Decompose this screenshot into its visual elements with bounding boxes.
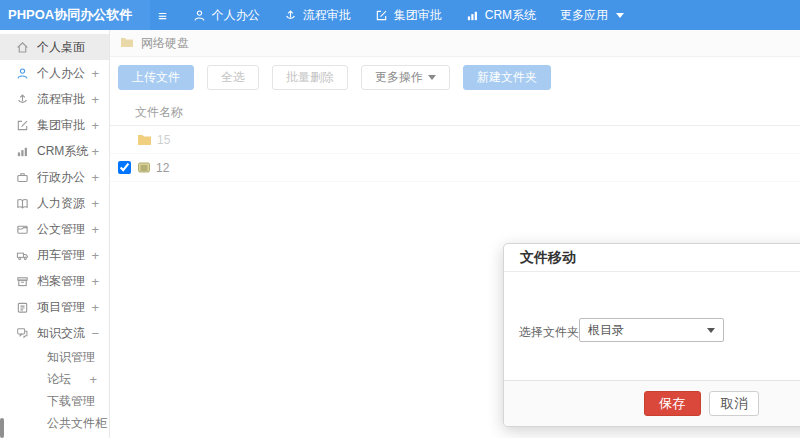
document-icon <box>16 223 29 236</box>
sidebar-item-process-approval[interactable]: 流程审批 + <box>0 86 109 112</box>
file-icon <box>137 161 151 174</box>
sidebar-item-knowledge-exchange[interactable]: 知识交流 − <box>0 320 109 346</box>
sidebar-item-label: 个人办公 <box>37 65 91 82</box>
modal-title: 文件移动 <box>520 249 576 267</box>
sidebar-item-label: 个人桌面 <box>37 39 99 56</box>
sidebar-item-label: 流程审批 <box>37 91 91 108</box>
archive-icon <box>16 275 29 288</box>
process-icon <box>284 9 297 22</box>
cancel-button[interactable]: 取消 <box>709 391 760 416</box>
expand-plus-icon[interactable]: + <box>91 92 99 107</box>
file-row-file-12[interactable]: 12 <box>110 154 800 182</box>
select-all-button[interactable]: 全选 <box>207 65 259 90</box>
user-icon <box>193 9 206 22</box>
expand-plus-icon[interactable]: + <box>91 248 99 263</box>
clipboard-icon <box>16 301 29 314</box>
topnav-process-approval[interactable]: 流程审批 <box>272 0 363 30</box>
chart-icon <box>16 145 29 158</box>
file-table: 文件名称 15 12 <box>110 98 800 182</box>
selected-folder-value: 根目录 <box>588 322 707 339</box>
sidebar-item-admin-office[interactable]: 行政办公 + <box>0 164 109 190</box>
briefcase-icon <box>16 171 29 184</box>
sidebar-subitem-label: 论坛 <box>47 371 89 388</box>
more-operations-dropdown[interactable]: 更多操作 <box>361 65 450 90</box>
caret-down-icon <box>428 75 436 80</box>
app-logo: PHPOA协同办公软件 <box>0 0 150 30</box>
sidebar-subitem-label: 下载管理 <box>47 393 97 410</box>
sidebar-item-label: 项目管理 <box>37 299 91 316</box>
new-folder-button[interactable]: 新建文件夹 <box>463 65 551 90</box>
sidebar: 个人桌面 个人办公 + 流程审批 + 集团审批 + CRM系统 + 行政办公 + <box>0 30 110 438</box>
topnav-label: 个人办公 <box>212 7 260 24</box>
user-icon <box>16 67 29 80</box>
modal-footer: 保存 取消 <box>504 380 800 427</box>
more-operations-label: 更多操作 <box>375 69 423 86</box>
hamburger-menu-icon[interactable]: ≡ <box>158 7 167 24</box>
batch-delete-button[interactable]: 批量删除 <box>272 65 348 90</box>
sidebar-item-label: 知识交流 <box>37 325 91 342</box>
topnav-label: 更多应用 <box>560 7 608 24</box>
book-icon <box>16 197 29 210</box>
home-icon <box>16 41 29 54</box>
sidebar-item-archive-mgmt[interactable]: 档案管理 + <box>0 268 109 294</box>
sidebar-item-personal-office[interactable]: 个人办公 + <box>0 60 109 86</box>
sidebar-item-document-mgmt[interactable]: 公文管理 + <box>0 216 109 242</box>
save-button[interactable]: 保存 <box>644 391 701 416</box>
expand-plus-icon[interactable]: + <box>91 144 99 159</box>
sidebar-item-group-approval[interactable]: 集团审批 + <box>0 112 109 138</box>
expand-plus-icon[interactable]: + <box>91 170 99 185</box>
row-checkbox[interactable] <box>118 161 131 174</box>
sidebar-subitem-download-mgmt[interactable]: 下载管理 <box>0 390 109 412</box>
topnav-crm-system[interactable]: CRM系统 <box>454 0 548 30</box>
sidebar-item-human-resources[interactable]: 人力资源 + <box>0 190 109 216</box>
upload-file-button[interactable]: 上传文件 <box>118 65 194 90</box>
sidebar-item-vehicle-mgmt[interactable]: 用车管理 + <box>0 242 109 268</box>
expand-plus-icon[interactable]: + <box>89 372 97 387</box>
sidebar-item-label: 人力资源 <box>37 195 91 212</box>
topnav-label: 流程审批 <box>303 7 351 24</box>
sidebar-subitem-label: 公共文件柜 <box>47 415 107 432</box>
edit-icon <box>375 9 388 22</box>
expand-plus-icon[interactable]: + <box>91 66 99 81</box>
sidebar-item-project-mgmt[interactable]: 项目管理 + <box>0 294 109 320</box>
modal-header: 文件移动 <box>504 244 800 272</box>
breadcrumb-label: 网络硬盘 <box>141 35 189 52</box>
expand-plus-icon[interactable]: + <box>91 222 99 237</box>
caret-down-icon <box>616 13 624 18</box>
top-navigation: 个人办公 流程审批 集团审批 CRM系统 更多应用 <box>181 0 636 30</box>
folder-select-dropdown[interactable]: 根目录 <box>579 318 724 342</box>
sidebar-subitem-knowledge-mgmt[interactable]: 知识管理 <box>0 346 109 368</box>
topnav-label: 集团审批 <box>394 7 442 24</box>
file-name[interactable]: 12 <box>156 161 169 175</box>
sidebar-item-crm-system[interactable]: CRM系统 + <box>0 138 109 164</box>
sidebar-subitem-public-file-cabinet[interactable]: 公共文件柜 <box>0 412 109 434</box>
breadcrumb: 网络硬盘 <box>110 30 800 57</box>
sidebar-subitem-label: 知识管理 <box>47 349 97 366</box>
folder-icon <box>120 36 134 51</box>
sidebar-item-label: 行政办公 <box>37 169 91 186</box>
file-move-modal: 文件移动 选择文件夹 根目录 保存 取消 <box>503 243 800 427</box>
expand-plus-icon[interactable]: + <box>91 118 99 133</box>
topnav-more-apps[interactable]: 更多应用 <box>548 0 636 30</box>
chat-icon <box>16 327 29 340</box>
modal-body: 选择文件夹 根目录 <box>504 272 800 380</box>
topnav-personal-office[interactable]: 个人办公 <box>181 0 272 30</box>
sidebar-item-label: CRM系统 <box>37 143 91 160</box>
caret-down-icon <box>707 328 715 333</box>
file-row-folder-15[interactable]: 15 <box>110 126 800 154</box>
collapse-minus-icon[interactable]: − <box>91 326 99 341</box>
sidebar-item-label: 公文管理 <box>37 221 91 238</box>
process-icon <box>16 93 29 106</box>
topnav-label: CRM系统 <box>485 7 536 24</box>
expand-plus-icon[interactable]: + <box>91 196 99 211</box>
file-name[interactable]: 15 <box>157 133 170 147</box>
sidebar-item-personal-desktop[interactable]: 个人桌面 <box>0 34 109 60</box>
sidebar-item-label: 集团审批 <box>37 117 91 134</box>
topnav-group-approval[interactable]: 集团审批 <box>363 0 454 30</box>
folder-select-label: 选择文件夹 <box>519 324 579 341</box>
expand-plus-icon[interactable]: + <box>91 300 99 315</box>
expand-plus-icon[interactable]: + <box>91 274 99 289</box>
truck-icon <box>16 249 29 262</box>
sidebar-scrollbar-thumb[interactable] <box>0 418 4 438</box>
sidebar-subitem-forum[interactable]: 论坛 + <box>0 368 109 390</box>
